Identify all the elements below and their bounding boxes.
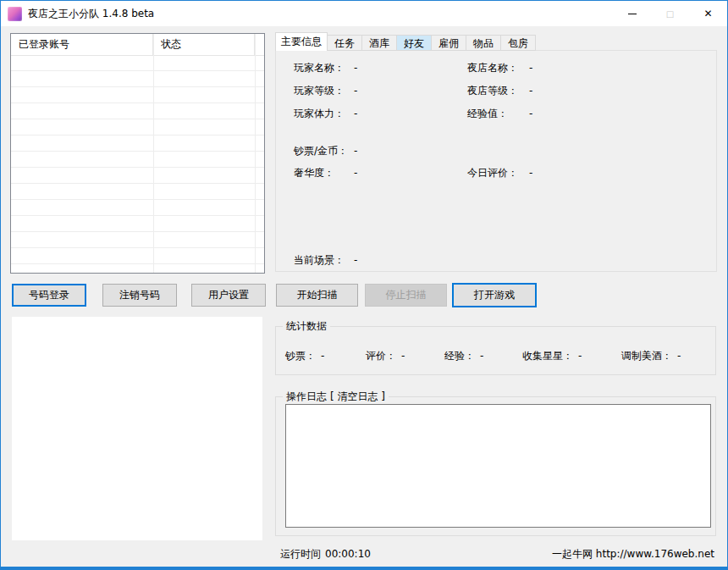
tab-private-room[interactable]: 包房 [501, 35, 536, 51]
table-row [11, 103, 264, 119]
stat-rating: 评价：- [366, 349, 405, 362]
field-value: - [354, 144, 357, 158]
accounts-table[interactable]: 已登录账号 状态 [10, 33, 265, 274]
tab-employment[interactable]: 雇佣 [432, 35, 466, 51]
window-title: 夜店之王小分队 1.4.8 beta [28, 7, 154, 21]
field-value: - [529, 84, 532, 97]
table-row [11, 71, 264, 87]
stat-stars: 收集星星：- [522, 349, 582, 362]
tab-wine-cellar[interactable]: 酒库 [362, 35, 397, 51]
table-row [11, 168, 264, 184]
field-label: 钞票/金币： [294, 144, 348, 158]
app-window: 夜店之王小分队 1.4.8 beta □ ✕ 已登录账号 状态 [0, 0, 728, 570]
table-row [11, 152, 264, 168]
log-group-title: 操作日志[ 清空日志 ] [283, 390, 389, 403]
column-divider [153, 34, 154, 273]
minimize-button[interactable] [613, 1, 651, 26]
table-row [11, 232, 264, 248]
stat-label: 经验： [444, 350, 475, 362]
clear-log-button[interactable]: [ 清空日志 ] [330, 390, 385, 402]
user-settings-button[interactable]: 用户设置 [191, 284, 266, 307]
table-row [11, 55, 264, 71]
field-current-scene: 当前场景： - [276, 253, 716, 267]
stat-exp: 经验：- [444, 349, 483, 362]
stat-label: 调制美酒： [621, 350, 672, 362]
maximize-icon: □ [666, 9, 674, 19]
log-output[interactable] [285, 404, 711, 528]
tab-main-info[interactable]: 主要信息 [275, 32, 328, 51]
header-divider [11, 55, 264, 56]
minimize-icon [628, 14, 637, 14]
stat-value: - [677, 350, 681, 362]
field-value: - [529, 166, 532, 180]
app-icon [8, 7, 22, 21]
stat-wine: 调制美酒：- [621, 349, 681, 362]
runtime-value: 00:00:10 [325, 548, 371, 560]
stat-value: - [401, 350, 405, 362]
table-row [11, 87, 264, 103]
log-group: 操作日志[ 清空日志 ] [275, 396, 716, 536]
field-club-level: 夜店等级： - [276, 84, 716, 97]
runtime-label: 运行时间 [280, 548, 321, 560]
field-value: - [529, 61, 532, 75]
stat-value: - [480, 350, 483, 362]
start-scan-button[interactable]: 开始扫描 [276, 284, 358, 307]
close-icon: ✕ [703, 8, 712, 19]
stat-label: 评价： [366, 350, 396, 362]
tab-tasks[interactable]: 任务 [328, 35, 362, 51]
field-label: 夜店等级： [467, 84, 518, 97]
field-label: 当前场景： [294, 253, 345, 267]
maximize-button: □ [651, 1, 689, 26]
table-row [11, 119, 264, 136]
table-row [11, 216, 264, 232]
field-label: 今日评价： [467, 166, 518, 180]
stat-money: 钞票：- [285, 349, 324, 362]
table-row [11, 264, 264, 274]
field-money: 钞票/金币： - [276, 144, 716, 158]
table-row [11, 184, 264, 200]
stat-value: - [578, 350, 582, 362]
accounts-table-body [11, 55, 264, 274]
stats-group: 统计数据 钞票：- 评价：- 经验：- 收集星星：- 调制美酒：- [275, 326, 716, 375]
field-exp: 经验值： - [276, 107, 716, 120]
col-header-status[interactable]: 状态 [153, 34, 255, 55]
tab-friends[interactable]: 好友 [397, 35, 432, 51]
stat-label: 收集星星： [522, 350, 573, 362]
tab-strip: 主要信息 任务 酒库 好友 雇佣 物品 包房 [275, 32, 536, 51]
title-bar: 夜店之王小分队 1.4.8 beta □ ✕ [1, 1, 727, 26]
field-today-rating: 今日评价： - [276, 166, 716, 180]
table-row [11, 248, 264, 264]
stat-label: 钞票： [285, 350, 316, 362]
stats-group-title: 统计数据 [283, 319, 330, 333]
field-club-name: 夜店名称： - [276, 61, 716, 75]
log-title: 操作日志 [286, 390, 327, 402]
stop-scan-button: 停止扫描 [365, 284, 447, 307]
caption-buttons: □ ✕ [613, 1, 727, 26]
field-value: - [354, 253, 357, 267]
account-logout-button[interactable]: 注销号码 [102, 284, 177, 307]
accounts-table-header: 已登录账号 状态 [11, 34, 264, 55]
column-divider [255, 34, 256, 273]
col-header-account[interactable]: 已登录账号 [11, 34, 153, 55]
field-label: 经验值： [467, 107, 508, 120]
table-row [11, 136, 264, 152]
tab-items[interactable]: 物品 [466, 35, 501, 51]
runtime-status: 运行时间00:00:10 [280, 547, 371, 561]
close-button[interactable]: ✕ [689, 1, 727, 26]
account-login-button[interactable]: 号码登录 [12, 284, 86, 307]
message-list[interactable] [12, 317, 262, 540]
field-label: 夜店名称： [467, 61, 518, 75]
stat-value: - [321, 350, 324, 362]
main-info-pane: 玩家名称： - 夜店名称： - 玩家等级： - 夜店等级： - 玩家体力： - … [275, 50, 717, 272]
field-value: - [529, 107, 532, 120]
table-row [11, 200, 264, 216]
open-game-button[interactable]: 打开游戏 [452, 283, 537, 307]
site-link[interactable]: 一起牛网 http://www.176web.net [552, 547, 714, 561]
